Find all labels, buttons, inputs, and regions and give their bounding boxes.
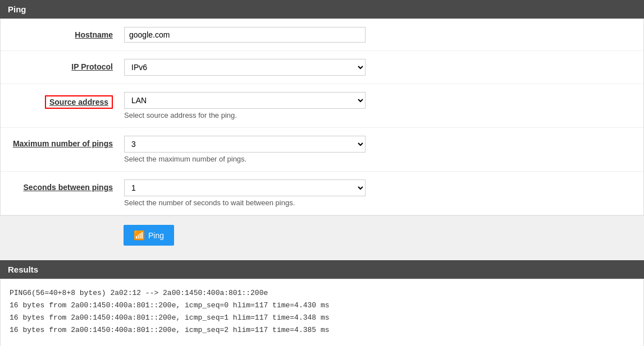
result-line: [10, 336, 634, 344]
button-row: 📶 Ping: [0, 216, 644, 255]
result-line: 16 bytes from 2a00:1450:400a:801::200e, …: [10, 299, 634, 312]
max-pings-help: Select the maximum number of pings.: [124, 155, 632, 163]
result-line: 16 bytes from 2a00:1450:400a:801::200e, …: [10, 312, 634, 324]
seconds-between-select[interactable]: 1 2 3 5 10: [124, 179, 366, 196]
ping-wifi-icon: 📶: [134, 230, 145, 241]
max-pings-field-col: 1 2 3 4 5 Select the maximum number of p…: [124, 136, 632, 163]
ping-button-label: Ping: [148, 231, 164, 240]
max-pings-label: Maximum number of pings: [13, 139, 113, 148]
source-address-label-col: Source address: [12, 92, 124, 109]
ping-button[interactable]: 📶 Ping: [124, 225, 174, 246]
hostname-label-col: Hostname: [12, 27, 124, 39]
hostname-input[interactable]: [124, 27, 366, 43]
ip-protocol-label: IP Protocol: [71, 62, 113, 71]
ping-section-header: Ping: [0, 0, 644, 19]
source-address-field-col: LAN WAN Any Select source address for th…: [124, 92, 632, 119]
hostname-label: Hostname: [75, 30, 113, 39]
seconds-between-row: Seconds between pings 1 2 3 5 10 Select …: [1, 172, 643, 215]
seconds-between-label-col: Seconds between pings: [12, 179, 124, 192]
source-address-help: Select source address for the ping.: [124, 111, 632, 119]
ip-protocol-select[interactable]: IPv4 IPv6: [124, 59, 366, 76]
max-pings-label-col: Maximum number of pings: [12, 136, 124, 148]
results-body: PING6(56=40+8+8 bytes) 2a02:12 --> 2a00:…: [0, 279, 644, 346]
hostname-field-col: [124, 27, 632, 43]
source-address-label: Source address: [45, 95, 113, 109]
source-address-select[interactable]: LAN WAN Any: [124, 92, 366, 109]
ip-protocol-row: IP Protocol IPv4 IPv6: [1, 51, 643, 84]
seconds-between-field-col: 1 2 3 5 10 Select the number of seconds …: [124, 179, 632, 207]
max-pings-row: Maximum number of pings 1 2 3 4 5 Select…: [1, 128, 643, 172]
seconds-between-help: Select the number of seconds to wait bet…: [124, 199, 632, 207]
result-line: --- google.com ping6 statistics ---: [10, 344, 634, 346]
results-section-header: Results: [0, 260, 644, 279]
result-line: 16 bytes from 2a00:1450:400a:801::200e, …: [10, 324, 634, 336]
result-line: PING6(56=40+8+8 bytes) 2a02:12 --> 2a00:…: [10, 287, 634, 299]
seconds-between-label: Seconds between pings: [24, 183, 113, 192]
hostname-row: Hostname: [1, 19, 643, 51]
ip-protocol-field-col: IPv4 IPv6: [124, 59, 632, 76]
ping-form: Hostname IP Protocol IPv4 IPv6 Source ad…: [0, 19, 644, 216]
ip-protocol-label-col: IP Protocol: [12, 59, 124, 71]
max-pings-select[interactable]: 1 2 3 4 5: [124, 136, 366, 153]
source-address-row: Source address LAN WAN Any Select source…: [1, 84, 643, 128]
